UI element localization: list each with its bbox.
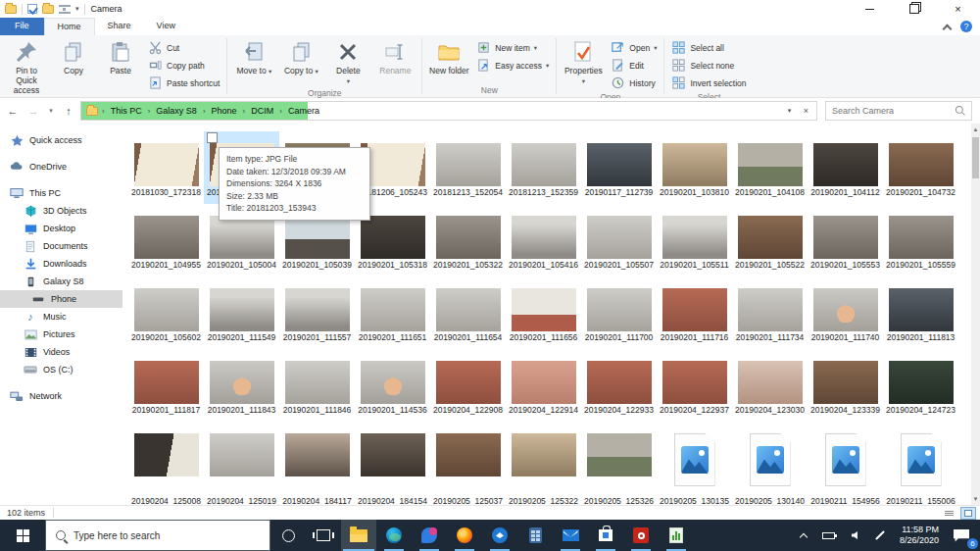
breadcrumb-dcim[interactable]: DCIM bbox=[249, 106, 275, 116]
file-item[interactable]: 20190201_114536 bbox=[355, 349, 430, 422]
tray-chevron-icon[interactable] bbox=[792, 520, 815, 551]
file-item[interactable]: 20190204_122937 bbox=[657, 349, 732, 422]
properties-button[interactable]: Properties▾ bbox=[561, 38, 606, 87]
file-item[interactable]: 20190201_111843 bbox=[204, 349, 279, 422]
file-item[interactable]: 20190204_123030 bbox=[732, 349, 808, 422]
file-item[interactable]: 20190204_125008 bbox=[128, 422, 204, 505]
start-button[interactable] bbox=[0, 520, 45, 551]
file-item[interactable]: 20190201_111549 bbox=[204, 276, 279, 349]
history-button[interactable]: History bbox=[608, 75, 660, 91]
sidebar-item-os-c[interactable]: OS (C:) bbox=[0, 361, 122, 378]
taskbar-file-explorer[interactable] bbox=[341, 520, 376, 551]
stop-refresh-icon[interactable]: × bbox=[799, 103, 813, 119]
qat-customize-icon[interactable] bbox=[59, 5, 71, 14]
scroll-up-icon[interactable]: ▲ bbox=[971, 124, 980, 135]
sidebar-item-pictures[interactable]: Pictures bbox=[0, 326, 122, 343]
file-item[interactable]: 20190201_111846 bbox=[279, 349, 355, 422]
rename-button[interactable]: Rename bbox=[372, 38, 417, 77]
file-item[interactable]: 20190201_105553 bbox=[808, 204, 883, 276]
file-item[interactable]: 20190204_122908 bbox=[430, 349, 506, 422]
delete-button[interactable]: Delete▾ bbox=[325, 38, 370, 87]
help-icon[interactable]: ? bbox=[960, 21, 972, 32]
pin-to-quick-access-button[interactable]: Pin to Quick access bbox=[4, 38, 49, 98]
file-item[interactable]: 20190201_104108 bbox=[732, 131, 808, 204]
file-item[interactable]: 20190205_125322 bbox=[506, 422, 581, 505]
file-item[interactable]: 20190201_111654 bbox=[430, 276, 506, 349]
select-none-button[interactable]: Select none bbox=[668, 57, 749, 74]
file-item[interactable]: 20190205_125326 bbox=[581, 422, 657, 505]
sidebar-item-this-pc[interactable]: This PC bbox=[0, 184, 122, 202]
pen-icon[interactable] bbox=[868, 520, 892, 551]
qat-properties-icon[interactable] bbox=[27, 4, 37, 14]
new-item-button[interactable]: New item ▾ bbox=[473, 39, 552, 56]
cortana-button[interactable] bbox=[270, 520, 306, 551]
copy-path-button[interactable]: Copy path bbox=[145, 57, 222, 74]
sidebar-item-phone[interactable]: Phone bbox=[0, 290, 122, 308]
file-item[interactable]: 20181213_152054 bbox=[430, 131, 506, 204]
sidebar-item-documents[interactable]: Documents bbox=[0, 237, 122, 255]
file-item[interactable]: 20190201_104732 bbox=[883, 131, 958, 204]
tab-home[interactable]: Home bbox=[44, 18, 95, 35]
file-item[interactable]: 20190201_105559 bbox=[883, 204, 958, 276]
qat-dropdown-icon[interactable]: ▾ bbox=[75, 5, 79, 13]
speaker-icon[interactable] bbox=[843, 520, 866, 551]
file-item[interactable]: 20190201_105511 bbox=[657, 204, 732, 276]
taskbar-mail[interactable] bbox=[553, 520, 588, 551]
move-to-button[interactable]: Move to ▾ bbox=[231, 38, 276, 77]
minimize-button[interactable] bbox=[848, 0, 892, 18]
recent-locations-icon[interactable]: ▾ bbox=[45, 102, 57, 120]
task-view-button[interactable] bbox=[306, 520, 341, 551]
scrollbar-thumb[interactable] bbox=[972, 137, 979, 178]
breadcrumb-phone[interactable]: Phone bbox=[210, 106, 239, 116]
vertical-scrollbar[interactable]: ▲ ▼ bbox=[971, 124, 980, 505]
cut-button[interactable]: Cut bbox=[145, 39, 222, 56]
file-item[interactable]: 20190201_105416 bbox=[506, 204, 581, 276]
file-item[interactable]: 20190201_111700 bbox=[581, 276, 657, 349]
address-box[interactable]: › This PC › Galaxy S8 › Phone › DCIM › C… bbox=[80, 101, 817, 121]
taskbar-store[interactable] bbox=[588, 520, 623, 551]
qat-new-folder-icon[interactable] bbox=[42, 5, 54, 14]
file-item[interactable]: 20190201_111740 bbox=[808, 276, 883, 349]
search-input[interactable] bbox=[826, 106, 955, 116]
sidebar-item-downloads[interactable]: Downloads bbox=[0, 255, 122, 273]
item-checkbox[interactable] bbox=[207, 132, 218, 143]
taskbar-firefox[interactable] bbox=[447, 520, 482, 551]
close-button[interactable]: × bbox=[936, 0, 980, 18]
address-dropdown-icon[interactable]: ▾ bbox=[782, 103, 797, 119]
file-item[interactable]: 20190201_111651 bbox=[355, 276, 430, 349]
file-item[interactable]: 20190201_111817 bbox=[128, 349, 204, 422]
file-item[interactable]: 20190201_105602 bbox=[128, 276, 204, 349]
file-item[interactable]: 20190211_155006 bbox=[883, 422, 958, 505]
sidebar-item-galaxy-s8[interactable]: Galaxy S8 bbox=[0, 273, 122, 290]
file-item[interactable]: 20190204_122933 bbox=[581, 349, 657, 422]
taskbar-search[interactable]: Type here to search bbox=[45, 520, 270, 551]
ribbon-collapse-icon[interactable] bbox=[943, 23, 951, 30]
file-item[interactable]: 20181213_152359 bbox=[506, 131, 581, 204]
sidebar-item-onedrive[interactable]: OneDrive bbox=[0, 158, 122, 175]
file-item[interactable]: 20190204_124723 bbox=[883, 349, 958, 422]
battery-icon[interactable] bbox=[817, 520, 841, 551]
file-item[interactable]: 20190204_125019 bbox=[204, 422, 279, 505]
tab-file[interactable]: File bbox=[0, 18, 44, 35]
restore-button[interactable] bbox=[892, 0, 936, 18]
file-item[interactable]: 20190204_122914 bbox=[506, 349, 581, 422]
sidebar-item-videos[interactable]: Videos bbox=[0, 343, 122, 361]
notification-center-button[interactable]: 6 bbox=[947, 520, 976, 551]
file-item[interactable]: 20190204_123339 bbox=[808, 349, 883, 422]
taskbar-blue-app[interactable] bbox=[482, 520, 517, 551]
sidebar-item-quick-access[interactable]: Quick access bbox=[0, 131, 122, 149]
sidebar-item-music[interactable]: ♪ Music bbox=[0, 308, 122, 326]
details-view-button[interactable] bbox=[941, 507, 956, 520]
breadcrumb-this-pc[interactable]: This PC bbox=[109, 106, 144, 116]
up-button[interactable]: ↑ bbox=[60, 102, 77, 120]
edit-button[interactable]: Edit bbox=[608, 57, 660, 74]
thumbnail-view-button[interactable] bbox=[960, 507, 976, 520]
file-item[interactable]: 20190201_111734 bbox=[732, 276, 808, 349]
taskbar-edge[interactable] bbox=[376, 520, 412, 551]
file-item[interactable]: 20190201_111716 bbox=[657, 276, 732, 349]
tab-share[interactable]: Share bbox=[95, 18, 144, 35]
new-folder-button[interactable]: New folder bbox=[426, 38, 471, 77]
file-item[interactable]: 20190201_105522 bbox=[732, 204, 808, 276]
taskbar-green-app[interactable] bbox=[659, 520, 694, 551]
file-item[interactable]: 20190201_111656 bbox=[506, 276, 581, 349]
